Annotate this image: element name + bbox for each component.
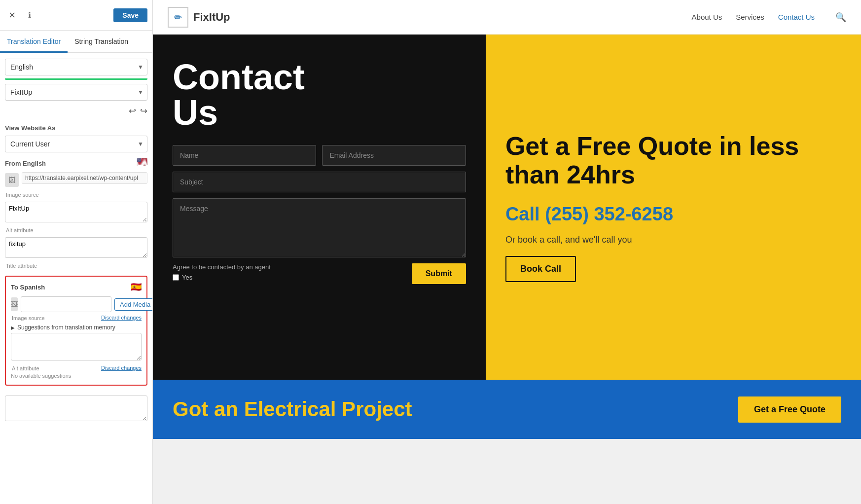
- name-input[interactable]: [173, 145, 316, 166]
- discard-changes-link-1[interactable]: Discard changes: [101, 315, 142, 321]
- to-image-source-label: Image source: [12, 315, 45, 321]
- message-textarea[interactable]: [173, 198, 466, 257]
- alt-attribute-label2: Alt attribute: [12, 365, 39, 371]
- from-english-header: From English 🇺🇸: [5, 156, 147, 167]
- panel-body: English Spanish French German ▼ FixItUp …: [0, 53, 152, 392]
- alt-text-input[interactable]: FixItUp: [5, 202, 147, 222]
- title-text-input[interactable]: fixitup: [5, 237, 147, 258]
- search-icon[interactable]: 🔍: [835, 12, 846, 23]
- consent-checkbox-label[interactable]: Yes: [173, 274, 271, 281]
- logo-dark-text: Up: [215, 11, 230, 23]
- contact-form: Subject Agree to be contacted by an agen…: [173, 145, 466, 284]
- tab-translation-editor[interactable]: Translation Editor: [0, 31, 68, 53]
- add-media-button[interactable]: Add Media: [114, 298, 153, 311]
- no-suggestions-text: No available suggestions: [11, 373, 142, 379]
- bottom-banner: Got an Electrical Project Get a Free Quo…: [153, 380, 861, 439]
- pencil-icon: ✏: [174, 11, 182, 23]
- project-select[interactable]: FixItUp: [5, 84, 147, 101]
- phone-number: Call (255) 352-6258: [505, 204, 841, 225]
- logo-icon: ✏: [168, 7, 188, 28]
- contact-heading: Contact Us: [173, 59, 466, 130]
- view-website-as-label: View Website As: [5, 124, 147, 132]
- language-select[interactable]: English Spanish French German: [5, 59, 147, 75]
- nav-services[interactable]: Services: [736, 13, 764, 21]
- language-select-wrapper: English Spanish French German ▼: [5, 59, 147, 75]
- nav-about[interactable]: About Us: [692, 13, 722, 21]
- bottom-textarea[interactable]: [5, 396, 147, 421]
- suggestions-toggle[interactable]: ▶ Suggestions from translation memory: [11, 324, 142, 331]
- suggestions-label: Suggestions from translation memory: [17, 324, 115, 331]
- right-panel: ✏ FixItUp About Us Services Contact Us 🔍…: [153, 0, 861, 504]
- panel-header: ✕ ℹ Save: [0, 0, 152, 31]
- or-book-text: Or book a call, and we'll call you: [505, 235, 841, 245]
- save-button[interactable]: Save: [113, 8, 147, 22]
- submit-button[interactable]: Submit: [412, 263, 466, 284]
- contact-heading-line2: Us: [173, 93, 218, 132]
- consent-checkbox[interactable]: [173, 274, 179, 281]
- subject-select[interactable]: Subject: [173, 172, 466, 192]
- info-button[interactable]: ℹ: [23, 8, 36, 22]
- spanish-flag-icon: 🇪🇸: [131, 282, 142, 292]
- to-spanish-box: To Spanish 🇪🇸 🖼 Add Media Image source D…: [5, 276, 147, 386]
- logo-wrapper: ✏ FixItUp: [168, 7, 230, 28]
- to-spanish-label: To Spanish: [11, 284, 45, 291]
- view-as-select-wrapper: Current User Visitor Admin ▼: [5, 136, 147, 152]
- tabs-bar: Translation Editor String Translation: [0, 31, 152, 53]
- to-media-row: 🖼 Add Media: [11, 296, 142, 312]
- source-url-text: https://translate.earpixel.net/wp-conten…: [22, 172, 147, 184]
- discard-changes-link-2[interactable]: Discard changes: [101, 365, 142, 371]
- undo-button[interactable]: ↩: [129, 106, 136, 116]
- translation-textarea[interactable]: [11, 333, 142, 360]
- book-call-button[interactable]: Book Call: [505, 256, 576, 282]
- alt-attribute-label: Alt attribute: [6, 227, 147, 233]
- bottom-textarea-wrap: [0, 392, 152, 427]
- yes-label: Yes: [182, 274, 192, 281]
- free-quote-button[interactable]: Get a Free Quote: [738, 396, 841, 423]
- left-panel: ✕ ℹ Save Translation Editor String Trans…: [0, 0, 153, 504]
- tab-string-translation[interactable]: String Translation: [68, 31, 135, 53]
- source-img-icon: 🖼: [5, 173, 19, 187]
- from-english-label: From English: [5, 160, 46, 167]
- project-select-wrapper: FixItUp ▼: [5, 84, 147, 101]
- nav-contact[interactable]: Contact Us: [778, 13, 815, 21]
- consent-text: Agree to be contacted by an agent: [173, 263, 271, 271]
- subject-wrapper: Subject: [173, 172, 466, 192]
- image-source-sub-label: Image source: [6, 192, 147, 198]
- nav-links: About Us Services Contact Us 🔍: [692, 12, 846, 23]
- quote-heading: Get a Free Quote in less than 24hrs: [505, 132, 841, 188]
- banner-text: Got an Electrical Project: [173, 397, 738, 421]
- logo-orange-text: FixIt: [193, 11, 215, 23]
- contact-left-panel: Contact Us Subject Agree to be contacted…: [153, 35, 486, 380]
- form-consent: Agree to be contacted by an agent Yes: [173, 263, 271, 281]
- form-footer: Agree to be contacted by an agent Yes Su…: [173, 263, 466, 284]
- language-underline: [5, 78, 147, 80]
- to-img-icon: 🖼: [11, 297, 18, 311]
- english-flag-icon: 🇺🇸: [137, 156, 147, 167]
- to-spanish-header: To Spanish 🇪🇸: [11, 282, 142, 292]
- form-name-email-row: [173, 145, 466, 166]
- email-input[interactable]: [322, 145, 466, 166]
- close-button[interactable]: ✕: [5, 8, 19, 22]
- contact-right-panel: Get a Free Quote in less than 24hrs Call…: [486, 35, 861, 380]
- to-image-source-input[interactable]: [21, 296, 111, 312]
- logo-text: FixItUp: [193, 11, 230, 24]
- undo-redo-row: ↩ ↪: [5, 105, 147, 117]
- source-image-field: 🖼 https://translate.earpixel.net/wp-cont…: [5, 172, 147, 187]
- suggestions-arrow-icon: ▶: [11, 325, 15, 330]
- view-as-select[interactable]: Current User Visitor Admin: [5, 136, 147, 152]
- contact-heading-line1: Contact: [173, 57, 305, 97]
- title-attribute-label: Title attribute: [6, 263, 147, 269]
- contact-section: Contact Us Subject Agree to be contacted…: [153, 35, 861, 380]
- redo-button[interactable]: ↪: [140, 106, 147, 116]
- site-nav: ✏ FixItUp About Us Services Contact Us 🔍: [153, 0, 861, 35]
